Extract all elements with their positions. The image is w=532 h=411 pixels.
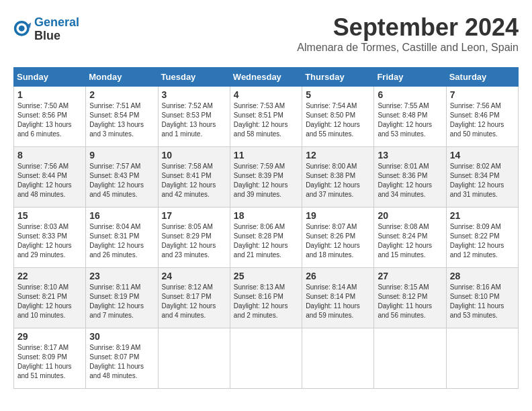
day-info: Sunrise: 7:57 AMSunset: 8:43 PMDaylight:…: [89, 163, 144, 198]
calendar-week-1: 1 Sunrise: 7:50 AMSunset: 8:56 PMDayligh…: [14, 87, 519, 147]
day-number: 28: [450, 271, 515, 281]
day-number: 26: [306, 271, 370, 281]
table-row: [302, 328, 374, 389]
col-thursday: Thursday: [302, 68, 374, 87]
table-row: 16 Sunrise: 8:04 AMSunset: 8:31 PMDaylig…: [86, 208, 158, 268]
day-info: Sunrise: 7:53 AMSunset: 8:51 PMDaylight:…: [234, 102, 288, 138]
day-info: Sunrise: 8:04 AMSunset: 8:31 PMDaylight:…: [89, 223, 144, 259]
table-row: 24 Sunrise: 8:12 AMSunset: 8:17 PMDaylig…: [158, 268, 230, 328]
day-number: 29: [17, 331, 82, 342]
day-number: 24: [162, 271, 226, 281]
day-number: 6: [378, 89, 442, 100]
day-number: 7: [450, 89, 515, 100]
col-wednesday: Wednesday: [230, 68, 302, 87]
day-info: Sunrise: 8:10 AMSunset: 8:21 PMDaylight:…: [17, 283, 72, 319]
table-row: 12 Sunrise: 8:00 AMSunset: 8:38 PMDaylig…: [302, 147, 374, 208]
table-row: 10 Sunrise: 7:58 AMSunset: 8:41 PMDaylig…: [158, 147, 230, 208]
day-info: Sunrise: 8:08 AMSunset: 8:24 PMDaylight:…: [378, 223, 432, 259]
day-info: Sunrise: 8:00 AMSunset: 8:38 PMDaylight:…: [306, 163, 360, 198]
day-number: 20: [378, 210, 442, 221]
table-row: 17 Sunrise: 8:05 AMSunset: 8:29 PMDaylig…: [158, 208, 230, 268]
day-info: Sunrise: 7:58 AMSunset: 8:41 PMDaylight:…: [162, 163, 216, 198]
subtitle: Almenara de Tormes, Castille and Leon, S…: [297, 42, 519, 54]
day-number: 1: [17, 89, 82, 100]
calendar-week-4: 22 Sunrise: 8:10 AMSunset: 8:21 PMDaylig…: [14, 268, 519, 328]
logo: GeneralBlue: [13, 16, 79, 43]
table-row: [374, 328, 446, 389]
day-number: 11: [234, 150, 298, 161]
day-info: Sunrise: 8:02 AMSunset: 8:34 PMDaylight:…: [450, 163, 504, 198]
day-info: Sunrise: 7:55 AMSunset: 8:48 PMDaylight:…: [378, 102, 432, 138]
logo-icon: [13, 20, 32, 39]
day-number: 30: [89, 331, 154, 342]
day-number: 2: [89, 89, 154, 100]
header-row: Sunday Monday Tuesday Wednesday Thursday…: [14, 68, 519, 87]
col-friday: Friday: [374, 68, 446, 87]
day-info: Sunrise: 7:51 AMSunset: 8:54 PMDaylight:…: [89, 102, 144, 138]
day-info: Sunrise: 8:11 AMSunset: 8:19 PMDaylight:…: [89, 283, 144, 319]
calendar-week-3: 15 Sunrise: 8:03 AMSunset: 8:33 PMDaylig…: [14, 208, 519, 268]
table-row: 23 Sunrise: 8:11 AMSunset: 8:19 PMDaylig…: [86, 268, 158, 328]
calendar-table: Sunday Monday Tuesday Wednesday Thursday…: [13, 67, 519, 389]
table-row: 27 Sunrise: 8:15 AMSunset: 8:12 PMDaylig…: [374, 268, 446, 328]
col-sunday: Sunday: [14, 68, 86, 87]
table-row: 19 Sunrise: 8:07 AMSunset: 8:26 PMDaylig…: [302, 208, 374, 268]
table-row: 1 Sunrise: 7:50 AMSunset: 8:56 PMDayligh…: [14, 87, 86, 147]
svg-point-2: [19, 26, 25, 32]
table-row: 29 Sunrise: 8:17 AMSunset: 8:09 PMDaylig…: [14, 328, 86, 389]
table-row: [446, 328, 518, 389]
day-info: Sunrise: 8:13 AMSunset: 8:16 PMDaylight:…: [234, 283, 288, 319]
day-number: 10: [162, 150, 226, 161]
table-row: 3 Sunrise: 7:52 AMSunset: 8:53 PMDayligh…: [158, 87, 230, 147]
day-number: 18: [234, 210, 298, 221]
day-info: Sunrise: 8:19 AMSunset: 8:07 PMDaylight:…: [89, 344, 144, 379]
day-info: Sunrise: 8:14 AMSunset: 8:14 PMDaylight:…: [306, 283, 360, 319]
table-row: 4 Sunrise: 7:53 AMSunset: 8:51 PMDayligh…: [230, 87, 302, 147]
day-info: Sunrise: 8:06 AMSunset: 8:28 PMDaylight:…: [234, 223, 288, 259]
table-row: 28 Sunrise: 8:16 AMSunset: 8:10 PMDaylig…: [446, 268, 518, 328]
day-info: Sunrise: 7:54 AMSunset: 8:50 PMDaylight:…: [306, 102, 360, 138]
table-row: 6 Sunrise: 7:55 AMSunset: 8:48 PMDayligh…: [374, 87, 446, 147]
day-number: 15: [17, 210, 82, 221]
day-number: 13: [378, 150, 442, 161]
day-info: Sunrise: 8:01 AMSunset: 8:36 PMDaylight:…: [378, 163, 432, 198]
table-row: 26 Sunrise: 8:14 AMSunset: 8:14 PMDaylig…: [302, 268, 374, 328]
table-row: 13 Sunrise: 8:01 AMSunset: 8:36 PMDaylig…: [374, 147, 446, 208]
day-number: 8: [17, 150, 82, 161]
table-row: 14 Sunrise: 8:02 AMSunset: 8:34 PMDaylig…: [446, 147, 518, 208]
day-info: Sunrise: 8:03 AMSunset: 8:33 PMDaylight:…: [17, 223, 72, 259]
table-row: 15 Sunrise: 8:03 AMSunset: 8:33 PMDaylig…: [14, 208, 86, 268]
day-info: Sunrise: 7:50 AMSunset: 8:56 PMDaylight:…: [17, 102, 72, 138]
day-number: 3: [162, 89, 226, 100]
col-tuesday: Tuesday: [158, 68, 230, 87]
table-row: 30 Sunrise: 8:19 AMSunset: 8:07 PMDaylig…: [86, 328, 158, 389]
calendar-week-2: 8 Sunrise: 7:56 AMSunset: 8:44 PMDayligh…: [14, 147, 519, 208]
table-row: [230, 328, 302, 389]
table-row: 18 Sunrise: 8:06 AMSunset: 8:28 PMDaylig…: [230, 208, 302, 268]
day-info: Sunrise: 8:16 AMSunset: 8:10 PMDaylight:…: [450, 283, 504, 319]
table-row: 5 Sunrise: 7:54 AMSunset: 8:50 PMDayligh…: [302, 87, 374, 147]
day-number: 21: [450, 210, 515, 221]
day-number: 12: [306, 150, 370, 161]
day-info: Sunrise: 8:15 AMSunset: 8:12 PMDaylight:…: [378, 283, 432, 319]
day-info: Sunrise: 8:12 AMSunset: 8:17 PMDaylight:…: [162, 283, 216, 319]
table-row: 8 Sunrise: 7:56 AMSunset: 8:44 PMDayligh…: [14, 147, 86, 208]
day-number: 14: [450, 150, 515, 161]
day-number: 9: [89, 150, 154, 161]
table-row: 11 Sunrise: 7:59 AMSunset: 8:39 PMDaylig…: [230, 147, 302, 208]
day-info: Sunrise: 8:17 AMSunset: 8:09 PMDaylight:…: [17, 344, 72, 379]
col-saturday: Saturday: [446, 68, 518, 87]
day-number: 17: [162, 210, 226, 221]
table-row: 7 Sunrise: 7:56 AMSunset: 8:46 PMDayligh…: [446, 87, 518, 147]
table-row: 22 Sunrise: 8:10 AMSunset: 8:21 PMDaylig…: [14, 268, 86, 328]
month-title: September 2024: [297, 13, 519, 42]
day-number: 19: [306, 210, 370, 221]
table-row: 9 Sunrise: 7:57 AMSunset: 8:43 PMDayligh…: [86, 147, 158, 208]
day-info: Sunrise: 7:59 AMSunset: 8:39 PMDaylight:…: [234, 163, 288, 198]
day-info: Sunrise: 8:07 AMSunset: 8:26 PMDaylight:…: [306, 223, 360, 259]
table-row: 25 Sunrise: 8:13 AMSunset: 8:16 PMDaylig…: [230, 268, 302, 328]
day-number: 23: [89, 271, 154, 281]
day-info: Sunrise: 8:05 AMSunset: 8:29 PMDaylight:…: [162, 223, 216, 259]
day-number: 25: [234, 271, 298, 281]
table-row: 20 Sunrise: 8:08 AMSunset: 8:24 PMDaylig…: [374, 208, 446, 268]
